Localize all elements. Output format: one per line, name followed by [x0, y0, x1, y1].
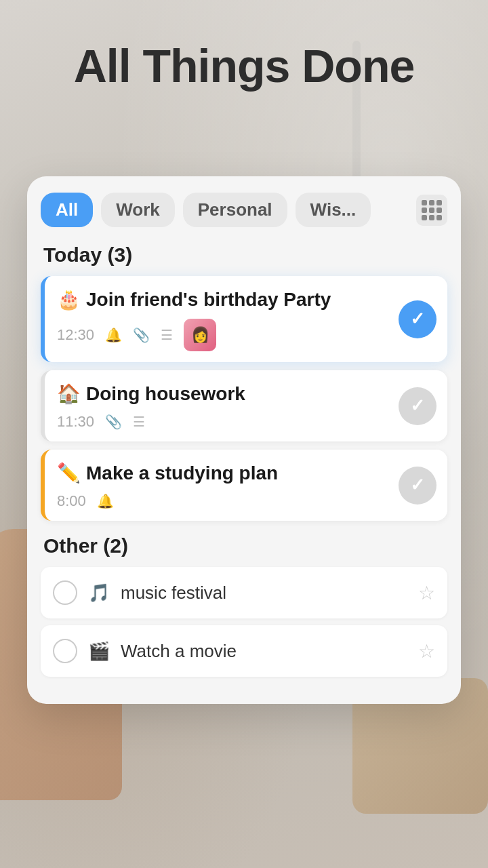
other-item-watch-movie: 🎬 Watch a movie ☆ — [41, 625, 447, 677]
tab-wishlist[interactable]: Wis... — [296, 193, 371, 227]
task-3-check-button[interactable]: ✓ — [399, 467, 436, 505]
other-1-emoji: 🎵 — [88, 583, 110, 604]
task-1-thumbnail: 👩 — [184, 319, 216, 351]
grid-icon — [422, 200, 442, 220]
list-icon-2: ☰ — [133, 414, 145, 430]
tabs-row: All Work Personal Wis... — [41, 193, 447, 227]
check-mark-2: ✓ — [410, 395, 425, 416]
task-2-check-button[interactable]: ✓ — [399, 387, 436, 425]
other-2-check-circle[interactable] — [53, 639, 77, 663]
other-1-star-icon[interactable]: ☆ — [418, 582, 435, 604]
task-1-emoji: 🎂 — [57, 288, 81, 311]
task-3-title: Make a studying plan — [86, 462, 435, 484]
tab-personal[interactable]: Personal — [183, 193, 287, 227]
today-section-header: Today (3) — [41, 243, 447, 267]
task-3-time: 8:00 — [57, 492, 86, 510]
bell-icon-3: 🔔 — [97, 493, 114, 509]
main-card: All Work Personal Wis... Today (3) 🎂 Joi… — [27, 176, 461, 704]
task-2-title: Doing housework — [86, 383, 435, 405]
other-2-star-icon[interactable]: ☆ — [418, 640, 435, 663]
grid-view-button[interactable] — [416, 195, 447, 226]
check-mark-3: ✓ — [410, 475, 425, 496]
attachment-icon-2: 📎 — [105, 414, 122, 430]
other-item-music-festival: 🎵 music festival ☆ — [41, 567, 447, 618]
other-1-title: music festival — [121, 583, 407, 604]
other-2-title: Watch a movie — [121, 641, 407, 662]
task-1-check-button[interactable]: ✓ — [399, 300, 436, 338]
list-icon-1: ☰ — [161, 327, 173, 343]
app-title: All Things Done — [0, 41, 488, 92]
task-birthday-party: 🎂 Join friend's birthday Party 12:30 🔔 📎… — [41, 276, 447, 362]
task-housework: 🏠 Doing housework 11:30 📎 ☰ ✓ — [41, 370, 447, 441]
tab-all[interactable]: All — [41, 193, 93, 227]
check-mark-1: ✓ — [410, 309, 425, 330]
other-1-check-circle[interactable] — [53, 580, 77, 605]
task-1-title: Join friend's birthday Party — [86, 289, 435, 311]
task-study-plan: ✏️ Make a studying plan 8:00 🔔 ✓ — [41, 450, 447, 521]
task-2-emoji: 🏠 — [57, 382, 81, 405]
tab-work[interactable]: Work — [101, 193, 175, 227]
bell-icon-1: 🔔 — [105, 327, 122, 343]
attachment-icon-1: 📎 — [133, 327, 150, 343]
other-2-emoji: 🎬 — [88, 641, 110, 662]
task-3-emoji: ✏️ — [57, 462, 81, 484]
other-section-header: Other (2) — [41, 534, 447, 557]
task-1-time: 12:30 — [57, 326, 94, 344]
other-section: Other (2) 🎵 music festival ☆ 🎬 Watch a m… — [41, 534, 447, 677]
task-2-time: 11:30 — [57, 413, 94, 431]
